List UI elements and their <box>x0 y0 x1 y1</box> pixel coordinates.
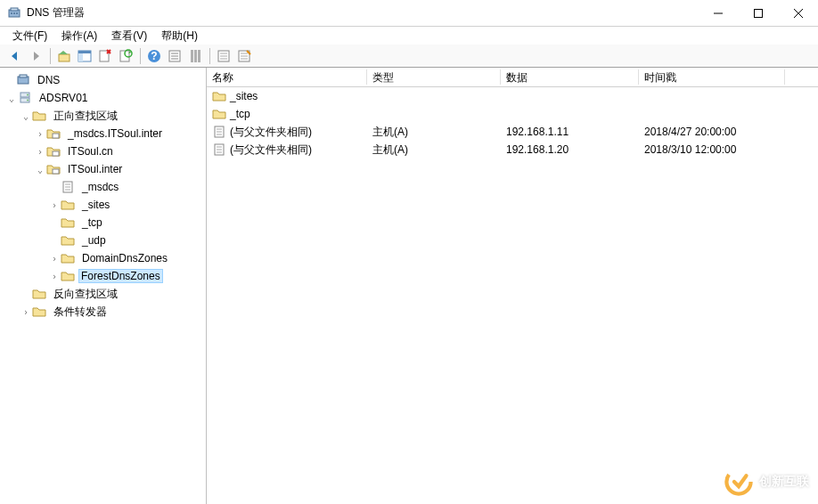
cell-timestamp: 2018/4/27 20:00:00 <box>639 126 785 138</box>
folder-icon <box>61 215 75 230</box>
record-icon <box>212 142 226 157</box>
window-controls <box>698 0 818 26</box>
tree-rev-zone[interactable]: 反向查找区域 <box>0 285 206 303</box>
column-name[interactable]: 名称 <box>207 68 367 86</box>
column-data[interactable]: 数据 <box>501 68 639 86</box>
list-header: 名称 类型 数据 时间戳 <box>207 68 818 87</box>
expand-toggle[interactable]: ⌄ <box>20 110 32 122</box>
expand-toggle[interactable]: ⌄ <box>34 163 46 175</box>
title-bar: DNS 管理器 <box>0 0 818 27</box>
expand-toggle[interactable]: › <box>48 270 61 282</box>
folder-icon <box>61 198 75 212</box>
cell-name: (与父文件夹相同) <box>207 142 367 158</box>
tree-label: 反向查找区域 <box>50 285 121 304</box>
svg-point-3 <box>13 12 15 14</box>
tree-sub-domaindns[interactable]: › DomainDnsZones <box>0 249 206 267</box>
expand-toggle[interactable]: › <box>34 127 46 140</box>
cell-name: (与父文件夹相同) <box>207 125 367 140</box>
main-area: DNS ⌄ ADSRV01 ⌄ 正向查找区域 › _msdcs.ITSoul.i… <box>0 68 818 504</box>
folder-icon <box>61 233 75 248</box>
tree-panel[interactable]: DNS ⌄ ADSRV01 ⌄ 正向查找区域 › _msdcs.ITSoul.i… <box>0 68 207 504</box>
help-button[interactable]: ? <box>144 46 164 66</box>
svg-rect-24 <box>198 50 200 62</box>
zone-icon <box>46 162 61 176</box>
tree-label: 条件转发器 <box>50 303 110 321</box>
show-hide-tree-button[interactable] <box>75 46 94 66</box>
maximize-button[interactable] <box>738 0 778 27</box>
zone-icon <box>46 126 61 141</box>
tree-fwd-zone[interactable]: ⌄ 正向查找区域 <box>0 107 206 125</box>
list-row[interactable]: (与父文件夹相同)主机(A)192.168.1.202018/3/10 12:0… <box>207 141 818 159</box>
menu-view[interactable]: 查看(V) <box>104 27 154 45</box>
refresh-button[interactable] <box>116 46 135 66</box>
record-icon <box>61 180 75 194</box>
tree-label: _msdcs.ITSoul.inter <box>64 126 166 142</box>
svg-rect-40 <box>53 151 59 156</box>
tree-cond-fwd[interactable]: › 条件转发器 <box>0 303 206 321</box>
svg-text:?: ? <box>151 50 157 62</box>
delete-button[interactable] <box>95 46 115 66</box>
tree-label: 正向查找区域 <box>50 107 121 126</box>
tree-root-dns[interactable]: DNS <box>0 71 206 89</box>
menu-file[interactable]: 文件(F) <box>5 27 54 45</box>
tree-label: ITSoul.cn <box>64 143 117 159</box>
tree-label: _sites <box>78 197 113 213</box>
cell-data: 192.168.1.20 <box>501 143 639 156</box>
tree-sub-sites[interactable]: › _sites <box>0 196 206 214</box>
expand-toggle[interactable]: › <box>34 145 46 158</box>
menu-help[interactable]: 帮助(H) <box>154 27 205 45</box>
toolbar-separator <box>50 48 51 64</box>
folder-icon <box>61 251 75 265</box>
cell-data: 192.168.1.11 <box>501 126 639 138</box>
export-button[interactable] <box>234 46 254 66</box>
tree-zone-inter[interactable]: ⌄ ITSoul.inter <box>0 160 206 178</box>
up-button[interactable] <box>54 46 74 66</box>
cell-name: _sites <box>207 89 367 103</box>
cell-name: _tcp <box>207 107 367 121</box>
tree-label: DomainDnsZones <box>78 250 171 266</box>
tree-sub-tcp[interactable]: _tcp <box>0 214 206 232</box>
svg-point-38 <box>27 100 29 102</box>
new-button[interactable] <box>214 46 233 66</box>
tree-sub-udp[interactable]: _udp <box>0 232 206 249</box>
menu-bar: 文件(F) 操作(A) 查看(V) 帮助(H) <box>0 27 818 45</box>
filter-button[interactable] <box>185 46 205 66</box>
expand-toggle[interactable]: › <box>20 305 32 318</box>
expand-toggle[interactable]: › <box>48 252 61 264</box>
svg-point-4 <box>16 12 18 14</box>
list-row[interactable]: _sites <box>207 87 818 105</box>
tree-sub-forestdns[interactable]: › ForestDnsZones <box>0 267 206 285</box>
watermark: 创新互联 <box>724 467 809 497</box>
tree-label: _udp <box>78 232 110 248</box>
properties-button[interactable] <box>165 46 184 66</box>
minimize-button[interactable] <box>698 0 738 27</box>
svg-rect-34 <box>20 75 27 77</box>
tree-label: _tcp <box>78 215 106 231</box>
list-row[interactable]: (与父文件夹相同)主机(A)192.168.1.112018/4/27 20:0… <box>207 123 818 141</box>
tree-sub-msdcs[interactable]: _msdcs <box>0 178 206 196</box>
list-row[interactable]: _tcp <box>207 105 818 123</box>
tree-server[interactable]: ⌄ ADSRV01 <box>0 89 206 107</box>
folder-icon <box>32 305 46 319</box>
cell-type: 主机(A) <box>367 125 501 140</box>
menu-action[interactable]: 操作(A) <box>54 27 104 45</box>
column-type[interactable]: 类型 <box>367 68 501 86</box>
tree-label: ADSRV01 <box>36 90 91 106</box>
folder-icon <box>32 109 46 123</box>
toolbar-separator <box>209 48 210 64</box>
record-name: _sites <box>230 90 258 102</box>
expand-toggle[interactable]: › <box>48 199 61 211</box>
list-panel[interactable]: 名称 类型 数据 时间戳 _sites_tcp(与父文件夹相同)主机(A)192… <box>207 68 818 504</box>
expand-toggle[interactable]: ⌄ <box>5 92 18 104</box>
toolbar: ? <box>0 45 818 68</box>
forward-button[interactable] <box>26 46 45 66</box>
tree-zone-msdcs[interactable]: › _msdcs.ITSoul.inter <box>0 125 206 142</box>
tree-label: DNS <box>34 72 63 88</box>
close-button[interactable] <box>778 0 818 27</box>
column-timestamp[interactable]: 时间戳 <box>639 68 785 86</box>
svg-rect-39 <box>53 134 59 138</box>
tree-toggle[interactable] <box>4 74 16 86</box>
tree-zone-cn[interactable]: › ITSoul.cn <box>0 142 206 160</box>
record-name: (与父文件夹相同) <box>230 142 312 158</box>
back-button[interactable] <box>5 46 25 66</box>
